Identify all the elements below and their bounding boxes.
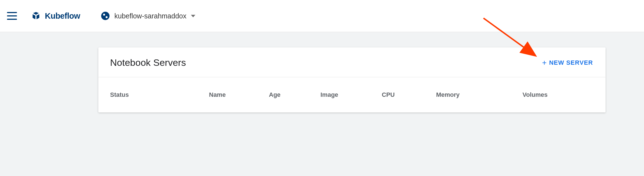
column-header-cpu: CPU [382, 91, 436, 98]
plus-icon: + [542, 59, 547, 67]
namespace-dropdown[interactable]: kubeflow-sarahmaddox [101, 12, 195, 20]
table-header-row: Status Name Age Image CPU Memory Volumes [98, 77, 606, 112]
namespace-icon [101, 12, 110, 20]
namespace-label: kubeflow-sarahmaddox [115, 12, 186, 20]
column-header-volumes: Volumes [523, 91, 594, 98]
card-title: Notebook Servers [110, 57, 186, 68]
column-header-memory: Memory [436, 91, 523, 98]
card-header: Notebook Servers + NEW SERVER [98, 47, 606, 77]
column-header-name: Name [209, 91, 269, 98]
app-header: Kubeflow kubeflow-sarahmaddox [0, 0, 644, 32]
notebook-servers-card: Notebook Servers + NEW SERVER Status Nam… [98, 47, 606, 112]
column-header-age: Age [269, 91, 320, 98]
column-header-status: Status [110, 91, 209, 98]
menu-icon[interactable] [7, 12, 17, 20]
brand-name: Kubeflow [45, 11, 80, 21]
main-content: Notebook Servers + NEW SERVER Status Nam… [0, 32, 644, 128]
chevron-down-icon [191, 15, 195, 17]
new-server-label: NEW SERVER [549, 59, 593, 66]
new-server-button[interactable]: + NEW SERVER [542, 59, 593, 67]
kubeflow-logo-icon [31, 11, 41, 21]
brand-logo[interactable]: Kubeflow [31, 11, 80, 21]
column-header-image: Image [320, 91, 382, 98]
